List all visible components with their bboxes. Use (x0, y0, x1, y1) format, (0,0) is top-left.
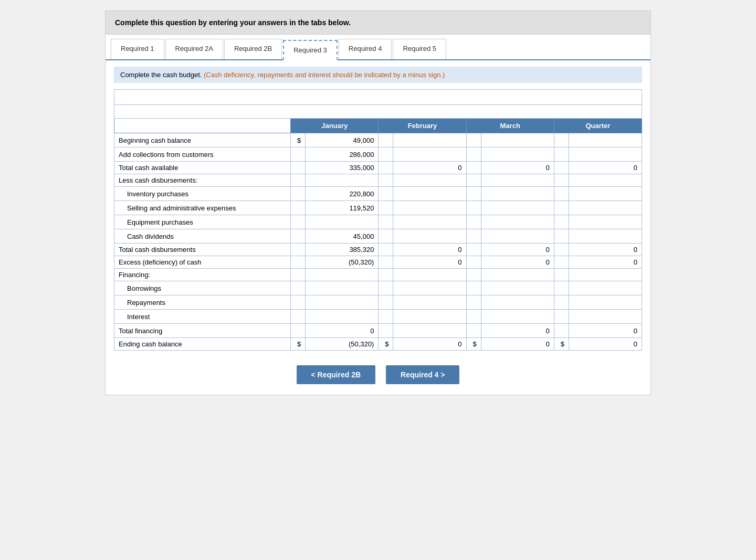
qtr-input-selling[interactable] (569, 201, 642, 215)
jan-val-beginning: 49,000 (306, 133, 379, 147)
mar-input-repayments[interactable] (481, 295, 554, 310)
table-row: Selling and administrative expenses 119,… (114, 201, 642, 215)
mar-input-selling[interactable] (481, 201, 554, 215)
qtr-val-ending: 0 (569, 338, 642, 351)
mar-val-total-available: 0 (481, 162, 554, 174)
jan-prefix-beginning: $ (291, 133, 306, 147)
mar-input-beginning[interactable] (481, 133, 554, 147)
jan-input-borrowings[interactable] (306, 281, 379, 295)
row-label-interest: Interest (114, 310, 291, 324)
qtr-val-total-fin: 0 (569, 324, 642, 338)
table-row: Total financing 0 0 0 (114, 324, 642, 338)
qtr-input-beginning[interactable] (569, 133, 642, 147)
mar-input-dividends[interactable] (481, 229, 554, 244)
content-area: Complete the cash budget. (Cash deficien… (106, 60, 650, 357)
feb-val-total-disb: 0 (393, 244, 466, 256)
col-header-qtr: Quarter (554, 119, 642, 133)
qtr-val-excess: 0 (569, 256, 642, 269)
table-row: Add collections from customers 286,000 (114, 147, 642, 162)
qtr-prefix-ending: $ (554, 338, 569, 351)
row-label-financing-header: Financing: (114, 269, 291, 281)
row-label-equipment: Equipment purchases (114, 215, 291, 229)
qtr-input-borrowings[interactable] (569, 281, 642, 295)
mar-val-total-fin: 0 (481, 324, 554, 338)
next-button[interactable]: Required 4 > (386, 365, 459, 384)
content-instruction: Complete the cash budget. (Cash deficien… (114, 67, 642, 83)
nav-buttons: < Required 2B Required 4 > (106, 357, 650, 395)
feb-input-borrowings[interactable] (393, 281, 466, 295)
mar-val-excess: 0 (481, 256, 554, 269)
table-row: Total cash disbursements 385,320 0 0 0 (114, 244, 642, 256)
row-label-beginning: Beginning cash balance (114, 133, 291, 147)
qtr-val-total-disb: 0 (569, 244, 642, 256)
row-label-disbursements-header: Less cash disbursements: (114, 174, 291, 187)
col-header-jan: January (291, 119, 379, 133)
qtr-input-repayments[interactable] (569, 295, 642, 310)
feb-input-dividends[interactable] (393, 229, 466, 244)
feb-input-inventory[interactable] (393, 187, 466, 201)
feb-val-excess: 0 (393, 256, 466, 269)
feb-input-repayments[interactable] (393, 295, 466, 310)
instruction-text: Complete this question by entering your … (115, 18, 351, 27)
tab-required1[interactable]: Required 1 (111, 39, 164, 59)
mar-input-interest[interactable] (481, 310, 554, 324)
mar-val-ending: 0 (481, 338, 554, 351)
tab-required2a[interactable]: Required 2A (165, 39, 223, 59)
jan-val-ending: (50,320) (306, 338, 379, 351)
tab-required4[interactable]: Required 4 (339, 39, 392, 59)
mar-val-total-disb: 0 (481, 244, 554, 256)
feb-input-equipment[interactable] (393, 215, 466, 229)
tab-required2b[interactable]: Required 2B (224, 39, 282, 59)
tab-required5[interactable]: Required 5 (393, 39, 446, 59)
row-label-total-disbursements: Total cash disbursements (114, 244, 291, 256)
qtr-input-collections[interactable] (569, 147, 642, 162)
row-label-repayments: Repayments (114, 295, 291, 310)
feb-input-collections[interactable] (393, 147, 466, 162)
jan-input-repayments[interactable] (306, 295, 379, 310)
jan-input-equipment[interactable] (306, 215, 379, 229)
company-name: Hillyard Company (114, 90, 642, 105)
feb-prefix-ending: $ (379, 338, 393, 351)
feb-input-selling[interactable] (393, 201, 466, 215)
jan-val-inventory: 220,800 (306, 187, 379, 201)
mar-prefix-ending: $ (466, 338, 481, 351)
tabs-row: Required 1 Required 2A Required 2B Requi… (106, 35, 650, 60)
table-row: Interest (114, 310, 642, 324)
mar-input-inventory[interactable] (481, 187, 554, 201)
qtr-input-interest[interactable] (569, 310, 642, 324)
jan-val-total-available: 335,000 (306, 162, 379, 174)
budget-table: Hillyard Company Cash Budget January Feb… (114, 89, 642, 351)
row-label-ending: Ending cash balance (114, 338, 291, 351)
table-row: Ending cash balance $ (50,320) $ 0 $ 0 $… (114, 338, 642, 351)
qtr-input-dividends[interactable] (569, 229, 642, 244)
col-header-mar: March (466, 119, 554, 133)
feb-input-interest[interactable] (393, 310, 466, 324)
row-label-selling: Selling and administrative expenses (114, 201, 291, 215)
mar-input-collections[interactable] (481, 147, 554, 162)
table-row: Total cash available 335,000 0 0 0 (114, 162, 642, 174)
feb-val-ending: 0 (393, 338, 466, 351)
row-label-inventory: Inventory purchases (114, 187, 291, 201)
row-label-excess: Excess (deficiency) of cash (114, 256, 291, 269)
table-row: Cash dividends 45,000 (114, 229, 642, 244)
row-label-total-available: Total cash available (114, 162, 291, 174)
jan-val-total-fin: 0 (306, 324, 379, 338)
table-row: Beginning cash balance $ 49,000 (114, 133, 642, 147)
jan-val-dividends: 45,000 (306, 229, 379, 244)
table-title: Cash Budget (114, 105, 642, 119)
mar-input-borrowings[interactable] (481, 281, 554, 295)
feb-input-beginning[interactable] (393, 133, 466, 147)
tab-required3[interactable]: Required 3 (283, 40, 338, 60)
mar-input-equipment[interactable] (481, 215, 554, 229)
row-label-dividends: Cash dividends (114, 229, 291, 244)
jan-input-interest[interactable] (306, 310, 379, 324)
table-row: Equipment purchases (114, 215, 642, 229)
feb-val-total-available: 0 (393, 162, 466, 174)
prev-button[interactable]: < Required 2B (297, 365, 376, 384)
qtr-val-total-available: 0 (569, 162, 642, 174)
feb-input-total-fin[interactable] (393, 324, 466, 338)
qtr-input-equipment[interactable] (569, 215, 642, 229)
jan-prefix-ending: $ (291, 338, 306, 351)
qtr-input-inventory[interactable] (569, 187, 642, 201)
jan-val-excess: (50,320) (306, 256, 379, 269)
